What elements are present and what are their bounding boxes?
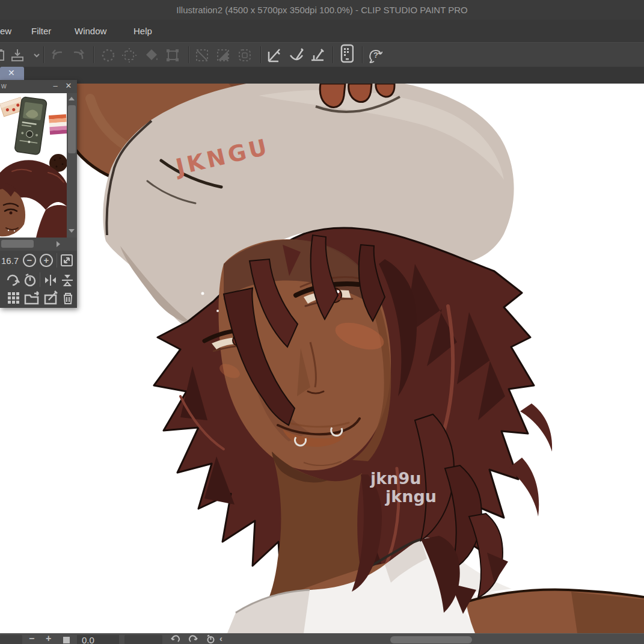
subview-palette: w – ✕ xyxy=(0,80,77,308)
clipboard-partial-icon[interactable] xyxy=(0,48,8,63)
zoom-out-button[interactable]: − xyxy=(23,254,36,267)
subview-title-partial: w xyxy=(1,82,7,90)
zoom-slider[interactable] xyxy=(0,635,22,644)
toolbar-separator xyxy=(260,46,262,63)
rotate-cw-icon[interactable] xyxy=(188,634,198,644)
subview-horizontal-scrollbar[interactable] xyxy=(0,238,77,251)
toolbar-separator xyxy=(43,46,44,63)
chevron-down-icon[interactable] xyxy=(29,48,44,63)
snap-to-ruler-icon[interactable] xyxy=(266,48,282,63)
snap-to-curve-icon[interactable] xyxy=(288,48,304,63)
rotate-ccw-icon[interactable] xyxy=(170,634,180,644)
rotation-angle-value: 0.0 xyxy=(77,635,119,644)
controls-separator xyxy=(40,272,40,287)
svg-text:?: ? xyxy=(373,51,378,60)
vertical-scroll-thumb[interactable] xyxy=(68,105,76,153)
scroll-right-icon[interactable] xyxy=(57,241,60,247)
toolbar-separator xyxy=(93,46,94,63)
horizontal-scroll-thumb[interactable] xyxy=(1,240,34,248)
titlebar: Illustration2 (4500 x 5700px 350dpi 100.… xyxy=(0,0,644,20)
snap-to-special-ruler-icon[interactable] xyxy=(309,48,325,63)
edit-image-icon[interactable] xyxy=(43,290,58,306)
scroll-down-icon[interactable] xyxy=(69,229,75,233)
controls-separator xyxy=(57,253,57,268)
menu-help[interactable]: Help xyxy=(133,20,152,42)
undo-icon[interactable] xyxy=(50,48,66,63)
canvas-size-icon[interactable] xyxy=(165,48,180,63)
canvas-surface[interactable]: JKNGU xyxy=(0,84,644,633)
document-tab[interactable]: ✕ xyxy=(0,67,24,80)
import-folder-icon[interactable] xyxy=(23,290,41,306)
delete-trash-icon[interactable] xyxy=(60,290,76,306)
reference-collage xyxy=(0,93,67,238)
artwork-illustration: JKNGU xyxy=(0,84,644,633)
subview-controls: 16.7 − + xyxy=(0,251,77,308)
deselect-icon[interactable] xyxy=(100,48,116,63)
zoom-in-button[interactable]: + xyxy=(46,633,51,644)
canvas-horizontal-scroll-thumb[interactable] xyxy=(390,636,472,643)
toolbar: ? xyxy=(0,42,644,67)
close-icon[interactable]: ✕ xyxy=(64,81,73,91)
watermark-line-2: jkngu xyxy=(385,487,437,506)
toolbar-separator xyxy=(333,46,334,63)
collapse-left-icon[interactable]: ‹ xyxy=(219,633,222,643)
canvas-control-bar: − + 0.0 ‹ xyxy=(0,633,644,644)
clear-selection-icon[interactable] xyxy=(194,48,210,63)
subview-vertical-scrollbar[interactable] xyxy=(67,93,77,238)
reset-rotation-icon[interactable] xyxy=(205,634,216,644)
menubar: ew Filter Window Help xyxy=(0,20,644,42)
grid-view-icon[interactable] xyxy=(6,290,22,306)
flip-vertical-icon[interactable] xyxy=(60,272,75,288)
flip-horizontal-icon[interactable] xyxy=(43,272,58,288)
toolbar-separator xyxy=(188,46,189,63)
fill-icon[interactable] xyxy=(144,48,159,63)
fit-to-window-icon[interactable] xyxy=(60,253,74,268)
watermark-line-1: jkn9u xyxy=(370,469,421,488)
subview-titlebar[interactable]: w – ✕ xyxy=(0,80,77,93)
subview-zoom-value: 16.7 xyxy=(1,256,19,266)
toolbar-separator xyxy=(362,46,363,63)
invert-selection-icon[interactable] xyxy=(215,48,231,63)
window-title: Illustration2 (4500 x 5700px 350dpi 100.… xyxy=(0,0,644,20)
scroll-up-icon[interactable] xyxy=(69,97,75,100)
fit-screen-icon[interactable] xyxy=(63,637,70,643)
reset-rotation-icon[interactable] xyxy=(22,272,38,288)
redo-icon[interactable] xyxy=(70,48,86,63)
rotate-cw-icon[interactable] xyxy=(5,272,20,288)
reselect-icon[interactable] xyxy=(121,48,137,63)
subview-reference-image[interactable] xyxy=(0,93,67,238)
reference-flag xyxy=(49,114,67,135)
zoom-out-button[interactable]: − xyxy=(29,633,34,644)
companion-mode-icon[interactable] xyxy=(338,46,354,61)
selection-border-icon[interactable] xyxy=(237,48,253,63)
rotation-slider[interactable] xyxy=(124,635,162,644)
minimize-icon[interactable]: – xyxy=(51,81,60,91)
help-icon[interactable]: ? xyxy=(367,48,382,63)
menu-filter[interactable]: Filter xyxy=(31,20,51,42)
menu-window[interactable]: Window xyxy=(75,20,106,42)
document-tabbar: ✕ xyxy=(0,67,644,84)
menu-view-partial[interactable]: ew xyxy=(0,20,11,42)
export-icon[interactable] xyxy=(10,48,25,63)
tab-close-icon[interactable]: ✕ xyxy=(8,68,15,78)
zoom-in-button[interactable]: + xyxy=(40,254,53,267)
